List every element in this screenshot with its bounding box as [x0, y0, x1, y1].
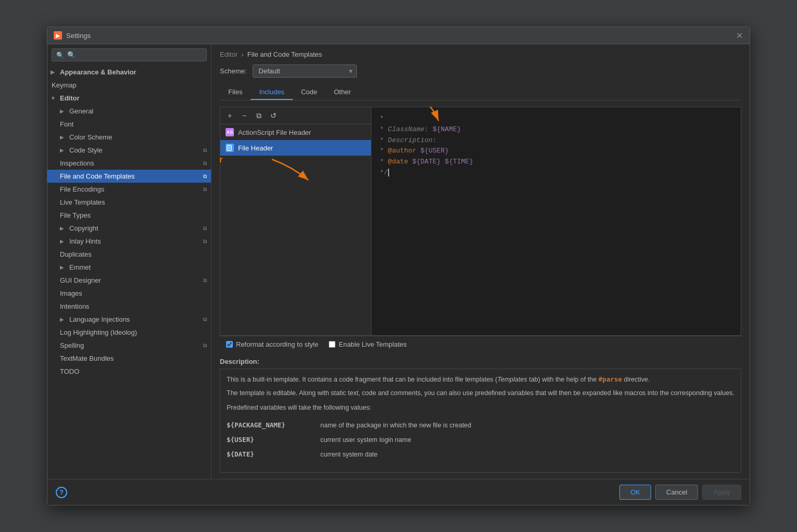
- reformat-checkbox[interactable]: [226, 341, 233, 348]
- sidebar-label: Color Scheme: [69, 133, 112, 141]
- code-line: * ClassName: ${NAME}: [380, 124, 732, 135]
- remove-template-button[interactable]: −: [238, 109, 251, 122]
- search-box[interactable]: 🔍: [52, 48, 207, 61]
- sidebar-item-textmatebundles[interactable]: TextMate Bundles: [47, 352, 211, 365]
- apply-button[interactable]: Apply: [702, 485, 741, 500]
- code-line: *: [380, 113, 732, 124]
- sidebar-label: Spelling: [60, 341, 84, 349]
- tabs-bar: Files Includes Code Other: [220, 85, 741, 100]
- sidebar: 🔍 ▶ Appearance & Behavior Keymap ▼ Edito…: [47, 44, 211, 479]
- desc-text-3: Predefined variables will take the follo…: [227, 402, 734, 413]
- sidebar-item-emmet[interactable]: ▶ Emmet: [47, 261, 211, 274]
- sidebar-item-filecodetemplates[interactable]: File and Code Templates ⧉: [47, 170, 211, 183]
- sidebar-label: Log Highlighting (Ideolog): [60, 328, 137, 336]
- arrow-icon: ▶: [60, 134, 66, 140]
- reformat-label: Reformat according to style: [236, 340, 318, 348]
- sidebar-item-copyright[interactable]: ▶ Copyright ⧉: [47, 222, 211, 235]
- sidebar-item-livetemplates[interactable]: Live Templates: [47, 196, 211, 209]
- var-desc: current system date: [320, 447, 734, 462]
- arrow-icon: ▶: [60, 238, 66, 244]
- app-icon: ▶: [54, 31, 62, 40]
- reformat-checkbox-row: Reformat according to style: [226, 340, 318, 348]
- add-template-button[interactable]: +: [223, 109, 236, 122]
- tab-includes[interactable]: Includes: [251, 85, 292, 100]
- sidebar-label: Emmet: [69, 263, 91, 271]
- arrow-icon: ▶: [60, 147, 66, 153]
- copy-template-button[interactable]: ⧉: [253, 109, 265, 122]
- template-name: ActionScript File Header: [238, 129, 311, 136]
- window-title: Settings: [66, 32, 91, 40]
- copy-icon: ⧉: [203, 316, 207, 323]
- template-item-fileheader[interactable]: File Header: [220, 140, 371, 156]
- sidebar-item-intentions[interactable]: Intentions: [47, 300, 211, 313]
- sidebar-item-guidesigner[interactable]: GUI Designer ⧉: [47, 274, 211, 287]
- sidebar-item-font[interactable]: Font: [47, 118, 211, 131]
- description-label: Description:: [220, 358, 741, 365]
- sidebar-item-general[interactable]: ▶ General: [47, 105, 211, 118]
- sidebar-label: Inlay Hints: [69, 237, 101, 245]
- template-area: + − ⧉ ↺ AS ActionScript File Header: [220, 107, 741, 336]
- desc-text-1: This is a built-in template. It contains…: [227, 374, 734, 385]
- scheme-label: Scheme:: [220, 67, 246, 75]
- sidebar-item-fileencodings[interactable]: File Encodings ⧉: [47, 183, 211, 196]
- sidebar-item-appearance[interactable]: ▶ Appearance & Behavior: [47, 66, 211, 79]
- sidebar-item-codestyle[interactable]: ▶ Code Style ⧉: [47, 144, 211, 157]
- tab-code[interactable]: Code: [293, 85, 326, 100]
- sidebar-label: Images: [60, 289, 82, 297]
- help-button[interactable]: ?: [56, 487, 67, 498]
- cancel-button[interactable]: Cancel: [655, 485, 698, 500]
- close-button[interactable]: ✕: [736, 32, 743, 39]
- sidebar-item-editor[interactable]: ▼ Editor: [47, 92, 211, 105]
- copy-icon: ⧉: [203, 173, 207, 180]
- var-name: ${USER}: [227, 433, 320, 447]
- sidebar-item-filetypes[interactable]: File Types: [47, 209, 211, 222]
- copy-icon: ⧉: [203, 147, 207, 154]
- table-row: ${PACKAGE_NAME} name of the package in w…: [227, 418, 734, 433]
- search-icon: 🔍: [56, 52, 64, 59]
- sidebar-label: Inspections: [60, 159, 94, 167]
- sidebar-item-duplicates[interactable]: Duplicates: [47, 248, 211, 261]
- main-content: 🔍 ▶ Appearance & Behavior Keymap ▼ Edito…: [47, 44, 750, 479]
- sidebar-item-images[interactable]: Images: [47, 287, 211, 300]
- code-line: * @author ${USER}: [380, 146, 732, 157]
- template-item-actionscript[interactable]: AS ActionScript File Header: [220, 124, 371, 140]
- sidebar-item-colorscheme[interactable]: ▶ Color Scheme: [47, 131, 211, 144]
- sidebar-label: Editor: [60, 94, 80, 102]
- var-desc: current user system login name: [320, 433, 734, 447]
- sidebar-label: General: [69, 107, 93, 115]
- var-name: ${DATE}: [227, 447, 320, 462]
- fileheader-icon: [226, 144, 234, 152]
- sidebar-label: Duplicates: [60, 250, 92, 258]
- var-desc: name of the package in which the new fil…: [320, 418, 734, 433]
- scheme-select[interactable]: Default: [253, 65, 357, 78]
- ok-button[interactable]: OK: [619, 485, 651, 500]
- tab-files[interactable]: Files: [220, 85, 251, 100]
- copy-icon: ⧉: [203, 225, 207, 232]
- sidebar-label: Copyright: [69, 224, 98, 232]
- code-line: * Description:: [380, 135, 732, 146]
- code-editor[interactable]: * * ClassName: ${NAME} * Description: * …: [371, 107, 741, 335]
- sidebar-item-inlayhints[interactable]: ▶ Inlay Hints ⧉: [47, 235, 211, 248]
- sidebar-label: Live Templates: [60, 198, 105, 206]
- sidebar-item-keymap[interactable]: Keymap: [47, 79, 211, 92]
- description-section: Description: This is a built-in template…: [220, 352, 741, 473]
- sidebar-label: Keymap: [52, 81, 77, 89]
- arrow-icon: ▶: [60, 225, 66, 231]
- settings-dialog: ▶ Settings ✕ 🔍 ▶ Appearance & Behavior K…: [47, 27, 750, 505]
- sidebar-item-inspections[interactable]: Inspections ⧉: [47, 157, 211, 170]
- sidebar-item-spelling[interactable]: Spelling ⧉: [47, 339, 211, 352]
- var-name: ${PACKAGE_NAME}: [227, 418, 320, 433]
- livetemplates-label: Enable Live Templates: [339, 340, 407, 348]
- sidebar-item-loghighlighting[interactable]: Log Highlighting (Ideolog): [47, 326, 211, 339]
- reset-template-button[interactable]: ↺: [267, 109, 280, 122]
- livetemplates-checkbox[interactable]: [329, 341, 335, 348]
- tab-other[interactable]: Other: [326, 85, 359, 100]
- sidebar-label: File Types: [60, 211, 91, 219]
- sidebar-item-todo[interactable]: TODO: [47, 365, 211, 378]
- arrow-icon: ▶: [51, 69, 57, 75]
- sidebar-item-langinjections[interactable]: ▶ Language Injections ⧉: [47, 313, 211, 326]
- sidebar-label: TODO: [60, 368, 79, 375]
- template-list: + − ⧉ ↺ AS ActionScript File Header: [220, 107, 371, 335]
- scheme-row: Scheme: Default: [220, 65, 741, 78]
- search-input[interactable]: [67, 51, 202, 59]
